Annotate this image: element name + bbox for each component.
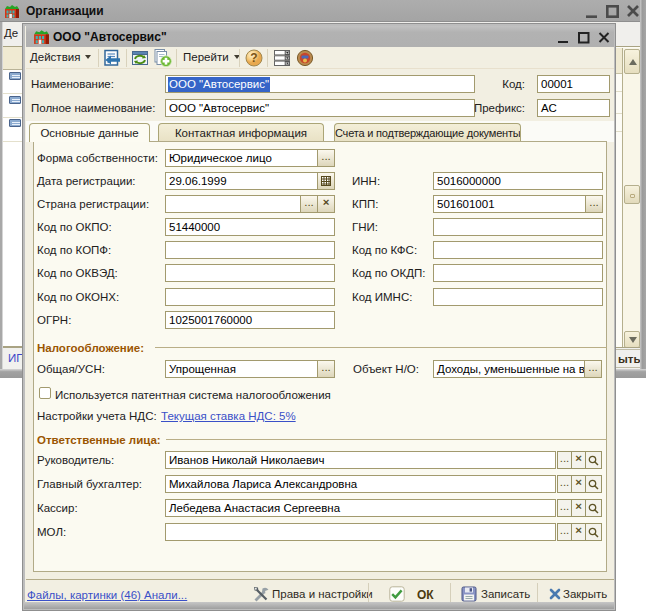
svg-text:?: ? xyxy=(250,51,257,65)
